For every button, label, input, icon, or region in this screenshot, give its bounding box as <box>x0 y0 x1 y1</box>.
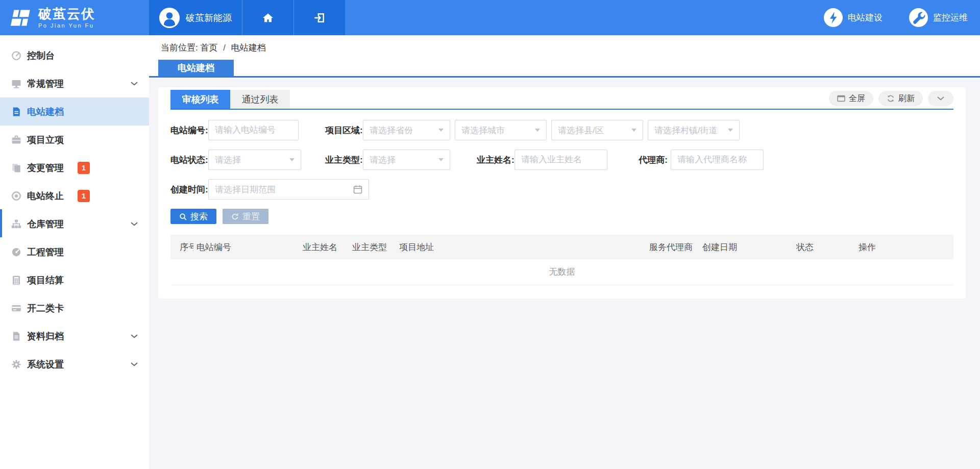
owner-type-label: 业主类型: <box>325 154 360 166</box>
column-header-project-address: 项目地址 <box>396 235 646 259</box>
county-select[interactable]: 请选择县/区 <box>551 120 643 140</box>
station-no-input[interactable] <box>208 120 299 140</box>
sidebar-scrollbar-thumb[interactable] <box>0 209 2 237</box>
dashboard-icon <box>11 51 21 61</box>
reset-button[interactable]: 重置 <box>223 209 268 224</box>
date-range-placeholder: 请选择日期范围 <box>215 184 276 195</box>
sidebar-item-engineering-mgmt[interactable]: 工程管理 <box>0 238 149 266</box>
module-station-build[interactable]: 电站建设 <box>824 8 883 27</box>
monitor-icon <box>11 79 21 89</box>
fullscreen-button[interactable]: 全屏 <box>829 91 873 106</box>
archive-icon <box>11 331 21 341</box>
chevron-down-icon <box>131 222 138 226</box>
breadcrumb-separator: / <box>223 43 226 53</box>
sidebar-item-project-initiation[interactable]: 项目立项 <box>0 126 149 154</box>
sidebar-item-station-terminate[interactable]: 电站终止 1 <box>0 182 149 210</box>
city-select[interactable]: 请选择城市 <box>455 120 547 140</box>
sidebar-item-label: 资料归档 <box>27 330 64 342</box>
chevron-down-icon <box>131 334 138 338</box>
owner-name-input[interactable] <box>514 150 607 170</box>
top-bar: 破茧云伏 Po Jian Yun Fu 破茧新能源 <box>0 0 980 35</box>
filter-actions: 搜索 重置 <box>170 209 953 224</box>
column-header-create-date: 创建日期 <box>699 235 793 259</box>
panel-header: 审核列表 通过列表 全屏 <box>170 90 953 110</box>
signin-button[interactable] <box>293 0 345 35</box>
create-time-label: 创建时间: <box>170 184 205 195</box>
select-arrow-icon <box>438 158 444 161</box>
list-tabs: 审核列表 通过列表 <box>170 90 290 109</box>
sidebar-item-label: 变更管理 <box>27 162 64 174</box>
sidebar-item-console[interactable]: 控制台 <box>0 41 149 69</box>
notification-badge: 1 <box>78 162 90 174</box>
sidebar-item-label: 项目结算 <box>27 274 64 286</box>
station-status-select[interactable]: 请选择 <box>208 150 301 170</box>
page-tab-station-archive[interactable]: 电站建档 <box>158 60 234 76</box>
calculator-icon <box>11 275 21 285</box>
sidebar-item-general-mgmt[interactable]: 常规管理 <box>0 69 149 97</box>
column-header-status: 状态 <box>793 235 855 259</box>
filter-form: 电站编号: 项目区域: 请选择省份 请选择城市 请选择县/区 <box>170 110 953 200</box>
select-arrow-icon <box>289 158 295 161</box>
sidebar-item-label: 常规管理 <box>27 78 64 90</box>
card-icon <box>11 303 21 313</box>
chevron-down-icon <box>131 82 138 86</box>
breadcrumb: 当前位置: 首页 / 电站建档 <box>161 42 266 54</box>
user-menu[interactable]: 破茧新能源 <box>149 0 242 35</box>
sidebar-item-project-settlement[interactable]: 项目结算 <box>0 266 149 294</box>
filter-row-1: 电站编号: 项目区域: 请选择省份 请选择城市 请选择县/区 <box>170 120 953 140</box>
column-header-station-no: 电站编号 <box>193 235 300 259</box>
table-header-row: 序号 电站编号 业主姓名 业主类型 项目地址 服务代理商 创建日期 状态 操作 <box>170 235 953 259</box>
fullscreen-label: 全屏 <box>849 93 865 104</box>
avatar <box>159 8 180 28</box>
breadcrumb-home-link[interactable]: 首页 <box>200 43 217 53</box>
province-select[interactable]: 请选择省份 <box>363 120 450 140</box>
refresh-label: 刷新 <box>898 93 915 104</box>
column-header-index: 序号 <box>170 235 193 259</box>
module-label: 电站建设 <box>848 12 883 23</box>
sidebar-item-station-archive[interactable]: 电站建档 <box>0 97 149 126</box>
home-button[interactable] <box>242 0 293 35</box>
sidebar-item-open-type2-card[interactable]: 开二类卡 <box>0 294 149 322</box>
select-placeholder: 请选择县/区 <box>558 125 604 136</box>
reset-label: 重置 <box>242 211 260 223</box>
owner-name-label: 业主姓名: <box>477 154 511 166</box>
sidebar-item-data-archive[interactable]: 资料归档 <box>0 322 149 350</box>
refresh-icon <box>887 94 895 103</box>
sidebar-item-label: 系统设置 <box>27 358 64 371</box>
sidebar-item-system-settings[interactable]: 系统设置 <box>0 350 149 378</box>
fullscreen-icon <box>837 94 845 103</box>
breadcrumb-bar: 当前位置: 首页 / 电站建档 电站建档 <box>149 35 980 78</box>
column-header-owner-type: 业主类型 <box>349 235 396 259</box>
sidebar-item-label: 仓库管理 <box>27 218 64 230</box>
tab-passed-list[interactable]: 通过列表 <box>230 90 290 109</box>
sidebar-item-change-mgmt[interactable]: 变更管理 1 <box>0 154 149 182</box>
tab-review-list[interactable]: 审核列表 <box>170 90 230 109</box>
brand-name: 破茧云伏 <box>38 7 95 21</box>
document-icon <box>11 107 21 117</box>
brand-logo: 破茧云伏 Po Jian Yun Fu <box>0 0 149 35</box>
pages-icon <box>11 163 21 173</box>
gear-icon <box>11 359 21 369</box>
station-status-label: 电站状态: <box>170 154 205 166</box>
topbar-spacer <box>345 0 824 35</box>
filter-row-2: 电站状态: 请选择 业主类型: 请选择 业主姓名: 代理商: <box>170 150 953 170</box>
refresh-button[interactable]: 刷新 <box>878 91 923 106</box>
sidebar-item-warehouse-mgmt[interactable]: 仓库管理 <box>0 210 149 238</box>
calendar-icon <box>353 185 362 194</box>
column-header-operations: 操作 <box>855 235 953 259</box>
town-select[interactable]: 请选择村镇/街道 <box>648 120 740 140</box>
collapse-button[interactable] <box>928 91 953 106</box>
agent-input[interactable] <box>671 150 764 170</box>
module-monitor-ops[interactable]: 监控运维 <box>909 8 968 27</box>
date-range-input[interactable]: 请选择日期范围 <box>208 179 369 200</box>
select-placeholder: 请选择 <box>370 154 396 166</box>
topbar-actions: 破茧新能源 <box>149 0 345 35</box>
breadcrumb-current: 电站建档 <box>231 43 266 53</box>
sidebar-item-label: 电站终止 <box>27 190 64 202</box>
select-arrow-icon <box>728 129 733 132</box>
owner-type-select[interactable]: 请选择 <box>363 150 450 170</box>
sitemap-icon <box>11 219 21 229</box>
brand-tagline: Po Jian Yun Fu <box>38 22 95 29</box>
sidebar-item-label: 开二类卡 <box>27 302 64 314</box>
search-button[interactable]: 搜索 <box>170 209 216 224</box>
